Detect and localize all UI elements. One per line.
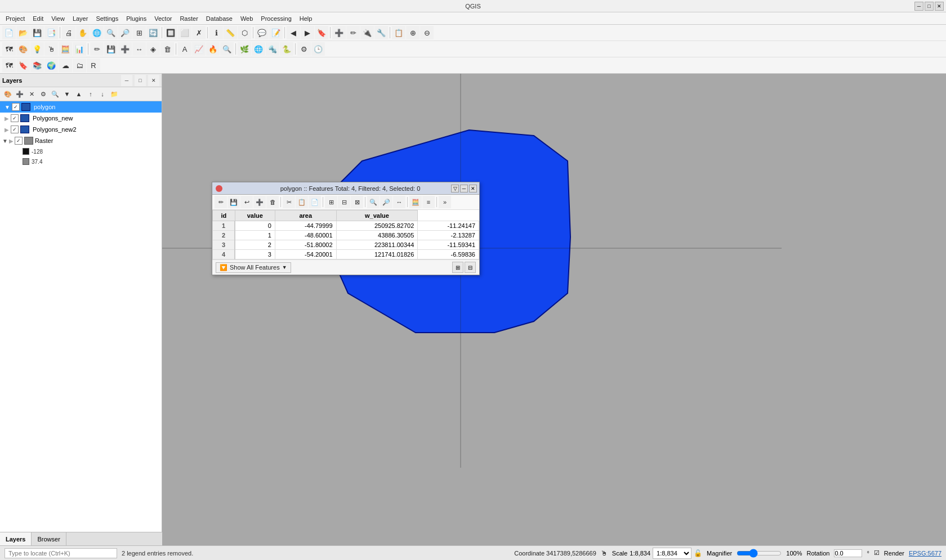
edit-toggle-button[interactable]: ✏ [90, 42, 104, 56]
label-button[interactable]: A [178, 42, 191, 56]
zoom-selected-button[interactable]: ⊞ [132, 26, 146, 39]
layer-polygon-checkbox[interactable]: ✓ [12, 103, 20, 111]
select-rect-button[interactable]: ⬜ [178, 26, 191, 39]
menu-vector[interactable]: Vector [151, 14, 175, 23]
spatial-query-button[interactable]: 🔍 [220, 42, 234, 56]
open-project-button[interactable]: 📂 [16, 26, 30, 39]
bookmark-button[interactable]: 🔖 [315, 26, 328, 39]
expand-all-button[interactable]: ▼ [61, 88, 73, 100]
open-field-calc-button[interactable]: 🧮 [59, 42, 72, 56]
qgis-server-button[interactable]: ☁ [59, 59, 72, 72]
organize-cols-button[interactable]: ≡ [422, 196, 435, 208]
menu-edit[interactable]: Edit [29, 14, 47, 23]
plugin3-button[interactable]: 🔩 [266, 42, 279, 56]
open-layer-properties-button[interactable]: ⚙ [38, 88, 49, 100]
menu-database[interactable]: Database [203, 14, 236, 23]
r-integration-button[interactable]: R [87, 59, 100, 72]
refresh-button[interactable]: 🔄 [146, 26, 160, 39]
table-row[interactable]: 2 1 -48.60001 43886.30505 -2.13287 [213, 231, 479, 240]
filter-attr-button[interactable]: 🔍 [367, 196, 380, 208]
move-layer-up-button[interactable]: ↑ [85, 88, 96, 100]
osm-button[interactable]: 🌍 [44, 59, 58, 72]
menu-project[interactable]: Project [2, 14, 28, 23]
processing-toolbox-button[interactable]: ⚙ [297, 42, 311, 56]
table-row[interactable]: 3 2 -51.80002 223811.00344 -11.59341 [213, 240, 479, 250]
show-bookmarks-button[interactable]: 📚 [30, 59, 44, 72]
undock-button[interactable]: ⊟ [465, 262, 476, 273]
measure-button[interactable]: 📏 [224, 26, 237, 39]
identify-button[interactable]: ℹ [209, 26, 223, 39]
map-tips-button[interactable]: 💬 [255, 26, 269, 39]
layer-polygons-new-checkbox[interactable]: ✓ [11, 114, 19, 122]
delete-selected-button[interactable]: 🗑 [160, 42, 174, 56]
collapse-all-button[interactable]: ▲ [73, 88, 84, 100]
add-feature-attr-button[interactable]: ➕ [253, 196, 266, 208]
layers-close-button[interactable]: ✕ [148, 75, 159, 86]
map-themes-button[interactable]: 🗺 [2, 59, 16, 72]
qgis2web-button[interactable]: 🌐 [252, 42, 265, 56]
grass-button[interactable]: 🌿 [238, 42, 251, 56]
add-feature-button[interactable]: ➕ [118, 42, 132, 56]
col-wvalue[interactable]: w_value [336, 210, 418, 221]
atlas-prev-button[interactable]: ⊖ [420, 26, 434, 39]
open-layer-style-button[interactable]: 🎨 [2, 88, 14, 100]
magnifier-slider[interactable] [737, 549, 782, 558]
remove-layer-button[interactable]: ✕ [26, 88, 37, 100]
add-layer-button[interactable]: ➕ [332, 26, 346, 39]
maximize-button[interactable]: □ [925, 2, 934, 11]
atlas-next-button[interactable]: ⊕ [406, 26, 420, 39]
atlas-button[interactable]: 📋 [392, 26, 405, 39]
layers-minimize-button[interactable]: ─ [121, 75, 132, 86]
new-spatial-bookmark-button[interactable]: 🔖 [16, 59, 30, 72]
layer-raster[interactable]: ▼ ▶ ✓ Raster [0, 135, 162, 146]
new-project-button[interactable]: 📄 [2, 26, 16, 39]
group-selected-button[interactable]: 📁 [109, 88, 120, 100]
col-value[interactable]: value [235, 210, 275, 221]
layer-polygon[interactable]: ▼ ✓ polygon [0, 101, 162, 113]
attr-table-close-button[interactable]: ✕ [469, 185, 477, 192]
diagram-button[interactable]: 📈 [192, 42, 206, 56]
table-row[interactable]: 1 0 -44.79999 250925.82702 -11.24147 [213, 221, 479, 231]
field-calc-attr-button[interactable]: 🧮 [409, 196, 422, 208]
zoom-out-button[interactable]: 🔎 [118, 26, 132, 39]
zoom-next-button[interactable]: ▶ [301, 26, 314, 39]
save-edits-button[interactable]: 💾 [104, 42, 118, 56]
move-feature-button[interactable]: ↔ [132, 42, 146, 56]
add-selected-layer-button[interactable]: ➕ [14, 88, 25, 100]
paste-attr-button[interactable]: 📄 [309, 196, 321, 208]
minimize-button[interactable]: ─ [914, 2, 923, 11]
layer-polygons-new2[interactable]: ▶ ✓ Polygons_new2 [0, 124, 162, 135]
deselect-button[interactable]: ✗ [192, 26, 206, 39]
close-button[interactable]: ✕ [935, 2, 944, 11]
menu-settings[interactable]: Settings [92, 14, 122, 23]
layer-polygons-new2-checkbox[interactable]: ✓ [11, 126, 19, 133]
menu-plugins[interactable]: Plugins [123, 14, 150, 23]
show-tips-button[interactable]: 💡 [30, 42, 44, 56]
print-button[interactable]: 🖨 [62, 26, 75, 39]
attr-table-collapse-button[interactable]: ▽ [451, 185, 459, 192]
python-button[interactable]: 🐍 [280, 42, 293, 56]
render-checkbox[interactable]: ☑ [874, 549, 880, 557]
lock-scale-icon[interactable]: 🔓 [694, 549, 702, 557]
save-edits-attr-button[interactable]: 💾 [227, 196, 240, 208]
undo-attr-button[interactable]: ↩ [240, 196, 253, 208]
zoom-all-button[interactable]: 🌐 [90, 26, 104, 39]
layer-export-button[interactable]: 🗂 [73, 59, 86, 72]
pan-selected-attr-button[interactable]: ↔ [393, 196, 405, 208]
menu-web[interactable]: Web [237, 14, 256, 23]
plugin-btn1[interactable]: 🔌 [360, 26, 374, 39]
select-all-attr-button[interactable]: ⊞ [325, 196, 337, 208]
heatmap-button[interactable]: 🔥 [206, 42, 220, 56]
locate-search-input[interactable] [5, 548, 117, 558]
menu-view[interactable]: View [48, 14, 68, 23]
menu-raster[interactable]: Raster [176, 14, 201, 23]
menu-processing[interactable]: Processing [257, 14, 294, 23]
measure-area-button[interactable]: ⬡ [238, 26, 251, 39]
select-feature-button[interactable]: 🖱 [44, 42, 58, 56]
layers-float-button[interactable]: □ [135, 75, 146, 86]
select-button[interactable]: 🔲 [164, 26, 177, 39]
open-attr-table-button[interactable]: 📊 [73, 42, 86, 56]
qgis-logo-button[interactable]: 🗺 [2, 42, 16, 56]
zoom-in-button[interactable]: 🔍 [104, 26, 118, 39]
table-row[interactable]: 4 3 -54.20001 121741.01826 -6.59836 [213, 250, 479, 259]
